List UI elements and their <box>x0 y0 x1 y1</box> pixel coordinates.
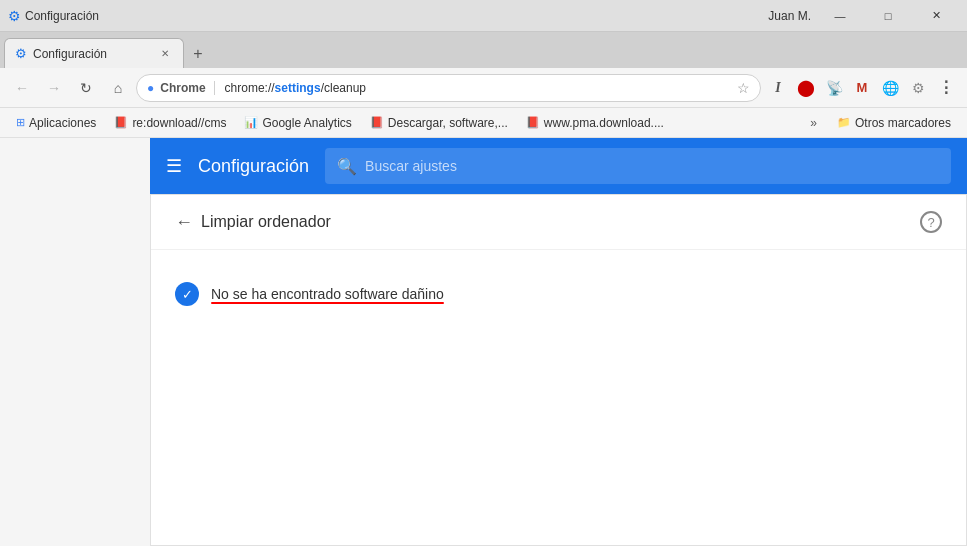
bookmark-otros-label: Otros marcadores <box>855 116 951 130</box>
address-bar[interactable]: ● Chrome chrome://settings/cleanup ☆ <box>136 74 761 102</box>
reload-button[interactable]: ↻ <box>72 74 100 102</box>
back-arrow-icon[interactable]: ← <box>175 212 193 233</box>
bookmark-otros[interactable]: 📁 Otros marcadores <box>829 112 959 134</box>
titlebar-controls: Juan M. — □ ✕ <box>768 0 959 32</box>
chrome-label: Chrome <box>160 81 214 95</box>
result-row: ✓ No se ha encontrado software dañino <box>175 282 942 306</box>
chrome-brand-icon: ● <box>147 81 154 95</box>
bookmark-redownload-icon: 📕 <box>114 116 128 129</box>
bookmark-aplicaciones[interactable]: ⊞ Aplicaciones <box>8 112 104 134</box>
maximize-button[interactable]: □ <box>865 0 911 32</box>
bookmark-label: Google Analytics <box>262 116 351 130</box>
url-display: chrome://settings/cleanup <box>225 81 731 95</box>
result-text: No se ha encontrado software dañino <box>211 286 444 302</box>
bookmark-descargar-icon: 📕 <box>370 116 384 129</box>
tabbar: ⚙ Configuración ✕ + <box>0 32 967 68</box>
tab-configuracion[interactable]: ⚙ Configuración ✕ <box>4 38 184 68</box>
settings-header: ☰ Configuración 🔍 <box>150 138 967 194</box>
settings-sidebar <box>0 138 150 546</box>
search-settings-input[interactable] <box>365 158 939 174</box>
bookmarks-more-button[interactable]: » <box>804 116 823 130</box>
titlebar: ⚙ Configuración Juan M. — □ ✕ <box>0 0 967 32</box>
tab-close-button[interactable]: ✕ <box>157 46 173 62</box>
extensions-i-button[interactable]: I <box>765 75 791 101</box>
bookmark-redownload[interactable]: 📕 re:download//cms <box>106 112 234 134</box>
page-title: Limpiar ordenador <box>201 213 331 231</box>
help-icon[interactable]: ? <box>920 211 942 233</box>
rss-icon[interactable]: 📡 <box>821 75 847 101</box>
back-navigation[interactable]: ← Limpiar ordenador <box>175 212 331 233</box>
sidebar-menu-icon[interactable]: ☰ <box>166 155 182 177</box>
settings-title-label: Configuración <box>198 156 309 177</box>
bookmark-label: re:download//cms <box>132 116 226 130</box>
new-tab-button[interactable]: + <box>184 40 212 68</box>
gmail-icon[interactable]: M <box>849 75 875 101</box>
home-button[interactable]: ⌂ <box>104 74 132 102</box>
back-button[interactable]: ← <box>8 74 36 102</box>
bookmark-descargar[interactable]: 📕 Descargar, software,... <box>362 112 516 134</box>
bookmarks-bar: ⊞ Aplicaciones 📕 re:download//cms 📊 Goog… <box>0 108 967 138</box>
more-icon: » <box>810 116 817 130</box>
content-body: ✓ No se ha encontrado software dañino <box>151 250 966 338</box>
toolbar-icons: I ⬤ 📡 M 🌐 ⚙ ⋮ <box>765 75 959 101</box>
main-wrapper: ☰ Configuración 🔍 ← Limpiar ordenador ? <box>150 138 967 546</box>
search-icon: 🔍 <box>337 157 357 176</box>
minimize-button[interactable]: — <box>817 0 863 32</box>
opera-icon[interactable]: ⬤ <box>793 75 819 101</box>
titlebar-left: ⚙ Configuración <box>8 8 99 24</box>
titlebar-title: Configuración <box>25 9 99 23</box>
settings-icon: ⚙ <box>8 8 21 24</box>
analytics-icon: 📊 <box>244 116 258 129</box>
close-button[interactable]: ✕ <box>913 0 959 32</box>
bookmark-pma-icon: 📕 <box>526 116 540 129</box>
bookmark-analytics[interactable]: 📊 Google Analytics <box>236 112 359 134</box>
bookmark-label: Aplicaciones <box>29 116 96 130</box>
settings-gear-icon[interactable]: ⚙ <box>905 75 931 101</box>
check-circle-icon: ✓ <box>175 282 199 306</box>
web-icon[interactable]: 🌐 <box>877 75 903 101</box>
checkmark-icon: ✓ <box>182 287 193 302</box>
user-name-label: Juan M. <box>768 9 811 23</box>
navbar: ← → ↻ ⌂ ● Chrome chrome://settings/clean… <box>0 68 967 108</box>
tab-title: Configuración <box>33 47 151 61</box>
chrome-menu-button[interactable]: ⋮ <box>933 75 959 101</box>
tab-icon: ⚙ <box>15 46 27 61</box>
forward-button[interactable]: → <box>40 74 68 102</box>
bookmark-label: www.pma.download.... <box>544 116 664 130</box>
settings-search-box[interactable]: 🔍 <box>325 148 951 184</box>
folder-icon: 📁 <box>837 116 851 129</box>
content-header: ← Limpiar ordenador ? <box>151 195 966 250</box>
bookmark-pma[interactable]: 📕 www.pma.download.... <box>518 112 672 134</box>
bookmark-label: Descargar, software,... <box>388 116 508 130</box>
bookmark-star-icon[interactable]: ☆ <box>737 80 750 96</box>
content-area: ← Limpiar ordenador ? ✓ No se ha encontr… <box>150 194 967 546</box>
settings-container: ☰ Configuración 🔍 ← Limpiar ordenador ? <box>0 138 967 546</box>
apps-icon: ⊞ <box>16 116 25 129</box>
